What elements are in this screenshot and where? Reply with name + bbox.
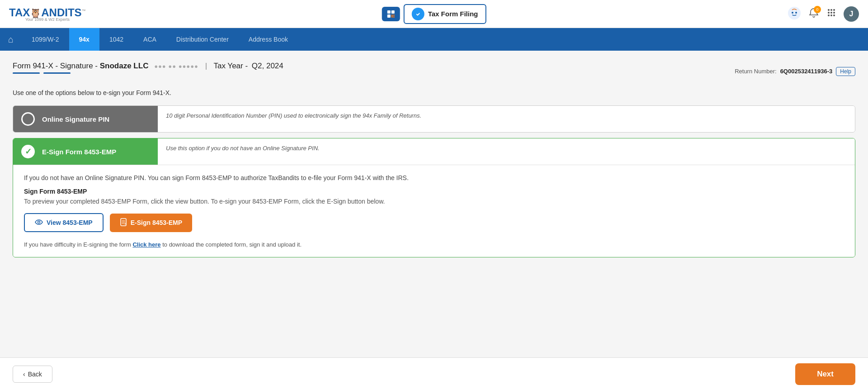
title-underline-1	[13, 72, 40, 74]
form-label: Form 941-X - Signature	[13, 62, 93, 70]
avatar[interactable]: J	[844, 6, 859, 22]
esign-8453-emp-label: E-Sign 8453-EMP	[131, 219, 182, 226]
nav-bar: ⌂ 1099/W-2 94x 1042 ACA Distribution Cen…	[0, 28, 868, 51]
owl-icon: 🦉	[30, 8, 41, 18]
header: TAX🦉ANDITS ™ Your 1099 & W2 Experts	[0, 0, 868, 28]
page-subtitle: Use one of the options below to e-sign y…	[13, 89, 855, 96]
footer-bar: ‹ Back Next	[0, 357, 868, 390]
bot-icon[interactable]	[788, 6, 801, 21]
view-8453-emp-label: View 8453-EMP	[47, 219, 93, 226]
sidebar-item-home[interactable]: ⌂	[0, 28, 22, 51]
eye-icon	[35, 219, 43, 227]
tax-year-label: Tax Year -	[213, 62, 248, 70]
svg-point-17	[830, 14, 832, 16]
logo: TAX🦉ANDITS ™ Your 1099 & W2 Experts	[9, 6, 86, 22]
svg-point-11	[830, 9, 832, 11]
view-8453-emp-button[interactable]: View 8453-EMP	[24, 213, 104, 232]
svg-rect-5	[393, 16, 395, 18]
svg-rect-2	[387, 14, 391, 18]
next-label: Next	[817, 370, 834, 378]
svg-point-13	[828, 12, 830, 14]
option-pin-desc: 10 digit Personal Identification Number …	[158, 106, 855, 132]
sidebar-item-1099-w2[interactable]: 1099/W-2	[22, 28, 69, 51]
sidebar-item-distribution-center[interactable]: Distribution Center	[166, 28, 239, 51]
grid-menu-icon[interactable]	[826, 8, 836, 20]
tax-form-icon	[412, 8, 425, 20]
svg-point-19	[38, 221, 40, 224]
company-name: Snodaze LLC	[100, 62, 149, 70]
option-pin-header[interactable]: Online Signature PIN	[13, 106, 158, 132]
svg-point-12	[833, 9, 835, 11]
sidebar-item-94x[interactable]: 94x	[69, 28, 99, 51]
notification-badge: 0	[814, 6, 821, 13]
next-button[interactable]: Next	[795, 363, 855, 385]
option-esign-title: E-Sign Form 8453-EMP	[42, 148, 116, 156]
esign-doc-icon	[120, 218, 127, 228]
sidebar-item-aca[interactable]: ACA	[133, 28, 166, 51]
sidebar-item-address-book[interactable]: Address Book	[239, 28, 298, 51]
sign-label: Sign Form 8453-EMP	[24, 188, 844, 195]
svg-rect-0	[387, 10, 391, 14]
action-buttons-row: View 8453-EMP E-Sign 8453-EMP	[24, 213, 844, 232]
option-esign-header[interactable]: ✓ E-Sign Form 8453-EMP	[13, 138, 158, 165]
separator: |	[205, 62, 207, 70]
expanded-text: If you do not have an Online Signature P…	[24, 174, 844, 181]
option-esign-card: ✓ E-Sign Form 8453-EMP Use this option i…	[13, 138, 855, 257]
option-esign-desc: Use this option if you do not have an On…	[158, 138, 855, 165]
svg-point-16	[828, 14, 830, 16]
header-right: 0 J	[788, 6, 859, 22]
back-label: Back	[28, 371, 42, 378]
radio-esign[interactable]: ✓	[21, 145, 35, 158]
tax-form-filing-button[interactable]: Tax Form Filing	[404, 4, 486, 24]
svg-point-18	[833, 14, 835, 16]
svg-point-8	[792, 12, 793, 14]
trademark: ™	[82, 9, 86, 13]
page-title: Form 941-X - Signature - Snodaze LLC ●●●…	[13, 62, 283, 81]
tax-year-value: Q2, 2024	[252, 62, 283, 70]
logo-tagline: Your 1099 & W2 Experts	[25, 17, 70, 22]
help-link[interactable]: Help	[836, 67, 855, 76]
masked-ein: ●●● ●● ●●●●●	[154, 63, 198, 70]
expanded-esign-content: If you do not have an Online Signature P…	[13, 165, 855, 257]
svg-rect-1	[392, 10, 395, 14]
difficulty-note: If you have difficulty in E-signing the …	[24, 241, 844, 248]
return-number-label: Return Number:	[735, 68, 776, 75]
sidebar-item-1042[interactable]: 1042	[99, 28, 133, 51]
option-online-pin-card: Online Signature PIN 10 digit Personal I…	[13, 105, 855, 133]
svg-point-9	[795, 12, 797, 14]
svg-point-7	[788, 7, 801, 19]
svg-rect-4	[393, 14, 395, 16]
radio-pin[interactable]	[21, 112, 35, 126]
svg-point-6	[415, 11, 421, 17]
click-here-link[interactable]: Click here	[132, 241, 160, 248]
svg-rect-3	[392, 14, 393, 18]
back-chevron-icon: ‹	[23, 371, 25, 378]
return-number-value: 6Q002532411936-3	[780, 68, 833, 75]
header-center: Tax Form Filing	[382, 4, 486, 24]
option-pin-title: Online Signature PIN	[42, 115, 109, 123]
switcher-button[interactable]	[382, 7, 400, 21]
return-info: Return Number: 6Q002532411936-3 Help	[735, 67, 855, 76]
checkmark-icon: ✓	[25, 147, 32, 157]
sign-desc: To preview your completed 8453-EMP Form,…	[24, 198, 844, 205]
back-button[interactable]: ‹ Back	[13, 366, 52, 383]
svg-point-14	[830, 12, 832, 14]
svg-point-10	[828, 9, 830, 11]
notification-bell[interactable]: 0	[808, 8, 819, 20]
title-underline-2	[43, 72, 71, 74]
esign-8453-emp-button[interactable]: E-Sign 8453-EMP	[110, 214, 192, 232]
svg-point-15	[833, 12, 835, 14]
main-content: Form 941-X - Signature - Snodaze LLC ●●●…	[0, 51, 868, 390]
page-title-row: Form 941-X - Signature - Snodaze LLC ●●●…	[13, 62, 855, 81]
tax-form-filing-label: Tax Form Filing	[428, 10, 478, 18]
